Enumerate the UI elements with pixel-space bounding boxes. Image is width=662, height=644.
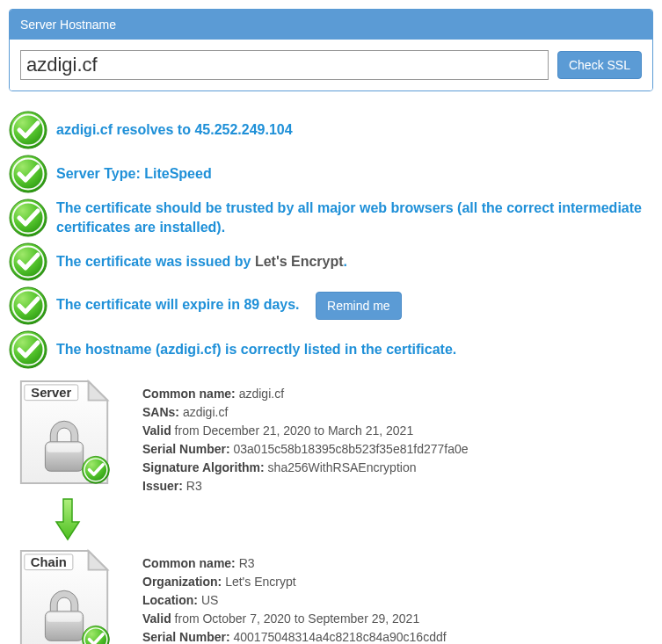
server-cert-details: Common name: azdigi.cf SANs: azdigi.cf V…	[142, 376, 469, 496]
hostname-input[interactable]	[20, 50, 549, 80]
check-text: The certificate should be trusted by all…	[56, 199, 653, 236]
check-icon	[9, 330, 47, 369]
check-hostname-listed: The hostname (azdigi.cf) is correctly li…	[9, 330, 653, 369]
serial-value: 400175048314a4c8218c84a90c16cddf	[233, 630, 446, 644]
chain-cert-icon: Chain	[14, 546, 120, 644]
certificate-chain: Server Common name: azdigi.cf SANs: azdi…	[9, 376, 653, 644]
check-text: The hostname (azdigi.cf) is correctly li…	[56, 340, 456, 359]
chain-badge-text: Chain	[31, 555, 67, 569]
check-icon	[9, 242, 47, 281]
chain-cert-row: Chain Common name: R3 Organization: Let'…	[9, 546, 653, 644]
remind-me-button[interactable]: Remind me	[316, 292, 402, 320]
check-resolves: azdigi.cf resolves to 45.252.249.104	[9, 111, 653, 149]
check-icon	[9, 286, 47, 325]
panel-body: Check SSL	[10, 40, 652, 90]
check-issued-by: The certificate was issued by Let's Encr…	[9, 242, 653, 281]
check-text: Server Type: LiteSpeed	[56, 164, 212, 184]
loc-label: Location:	[142, 593, 198, 607]
check-icon	[9, 199, 47, 237]
check-ssl-button[interactable]: Check SSL	[557, 51, 642, 79]
check-text: azdigi.cf resolves to 45.252.249.104	[56, 120, 293, 140]
check-trusted: The certificate should be trusted by all…	[9, 199, 653, 237]
server-cert-icon: Server	[14, 376, 120, 493]
valid-value: from December 21, 2020 to March 21, 2021	[175, 423, 414, 438]
cn-label: Common name:	[142, 387, 236, 401]
org-label: Organization:	[142, 575, 222, 589]
check-text: The certificate was issued by Let's Encr…	[56, 252, 347, 271]
hostname-panel: Server Hostname Check SSL	[9, 9, 653, 91]
issuer-label: Issuer:	[142, 479, 183, 493]
panel-title: Server Hostname	[10, 10, 652, 40]
sig-value: sha256WithRSAEncryption	[268, 460, 417, 474]
issued-suffix: .	[344, 254, 347, 269]
valid-label: Valid	[142, 611, 171, 626]
serial-value: 03a015c58b18395c8b523f35e81fd277fa0e	[233, 442, 468, 456]
chain-cert-details: Common name: R3 Organization: Let's Encr…	[142, 546, 447, 644]
sig-label: Signature Algorithm:	[142, 460, 265, 474]
loc-value: US	[201, 593, 218, 607]
server-cert-row: Server Common name: azdigi.cf SANs: azdi…	[9, 376, 653, 496]
check-icon	[9, 111, 47, 149]
check-expire: The certificate will expire in 89 days. …	[9, 286, 653, 325]
issued-by: Let's Encrypt	[255, 254, 344, 269]
check-text: The certificate will expire in 89 days. …	[56, 292, 402, 320]
check-server-type: Server Type: LiteSpeed	[9, 155, 653, 193]
cn-value: R3	[239, 556, 255, 570]
issued-prefix: The certificate was issued by	[56, 254, 255, 269]
sans-value: azdigi.cf	[183, 405, 228, 419]
serial-label: Serial Number:	[142, 630, 230, 644]
chain-arrow-icon	[9, 497, 653, 544]
expire-text: The certificate will expire in 89 days.	[56, 297, 300, 312]
sans-label: SANs:	[142, 405, 179, 419]
check-icon	[9, 155, 47, 193]
serial-label: Serial Number:	[142, 442, 230, 456]
cn-value: azdigi.cf	[239, 387, 284, 401]
cn-label: Common name:	[142, 556, 236, 570]
checks-list: azdigi.cf resolves to 45.252.249.104 Ser…	[9, 111, 653, 369]
org-value: Let's Encrypt	[225, 575, 296, 589]
valid-value: from October 7, 2020 to September 29, 20…	[175, 611, 420, 626]
issuer-value: R3	[186, 479, 202, 493]
valid-label: Valid	[142, 423, 171, 438]
server-badge-text: Server	[31, 386, 71, 400]
